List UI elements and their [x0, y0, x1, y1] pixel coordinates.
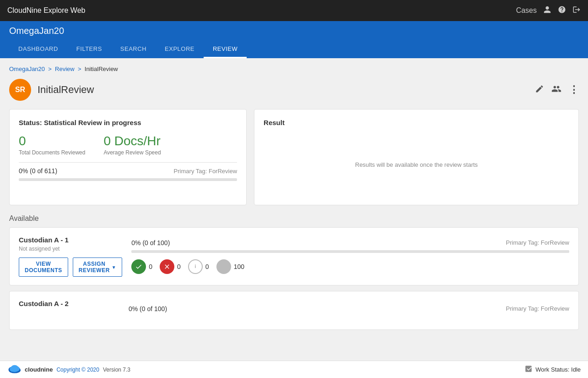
custodian-card-2: Custodian A - 2 0% (0 of 100) Primary Ta… [9, 291, 579, 330]
custodian-progress-1: 0% (0 of 100) Primary Tag: ForReview 0 [131, 239, 569, 274]
status-card: Status: Statistical Review in progress 0… [9, 109, 247, 205]
result-title: Result [264, 119, 569, 126]
progress-bar [19, 178, 237, 181]
total-docs-stat: 0 Total Documents Reviewed [19, 134, 85, 156]
avatar: SR [9, 79, 31, 101]
tag-count-skip-1: 0 [205, 263, 209, 270]
cust-tag-1: Primary Tag: ForReview [506, 239, 569, 246]
page-title-row: SR InitialReview ⋮ [9, 79, 579, 101]
result-card: Result Results will be available once th… [254, 109, 579, 205]
page-title-actions: ⋮ [535, 84, 579, 96]
tab-search[interactable]: SEARCH [111, 41, 156, 58]
speed-value: 0 Docs/Hr [103, 134, 161, 148]
top-bar-actions: Cases [516, 5, 581, 16]
total-docs-label: Total Documents Reviewed [19, 149, 85, 156]
custodian-info-1: Custodian A - 1 Not assigned yet VIEW DO… [19, 236, 122, 277]
custodian-progress-2: 0% (0 of 100) Primary Tag: ForReview [129, 305, 569, 316]
assign-reviewer-button-1[interactable]: ASSIGN REVIEWER ▼ [73, 257, 122, 277]
speed-stat: 0 Docs/Hr Average Review Speed [103, 134, 161, 156]
breadcrumb-current: InitialReview [85, 66, 118, 72]
tag-count-red-1: 0 [177, 263, 181, 270]
tag-icon-green-1 [131, 259, 146, 274]
tab-explore[interactable]: EXPLORE [156, 41, 204, 58]
user-icon[interactable] [543, 5, 551, 16]
status-title: Status: Statistical Review in progress [19, 119, 237, 126]
top-bar: CloudNine Explore Web Cases [0, 0, 588, 21]
breadcrumb-project[interactable]: OmegaJan20 [9, 66, 45, 72]
tag-stat-skip-1: i 0 [188, 259, 209, 274]
main-content: OmegaJan20 > Review > InitialReview SR I… [0, 58, 588, 358]
breadcrumb: OmegaJan20 > Review > InitialReview [9, 66, 579, 72]
cust-pct-1: 0% (0 of 100) [131, 239, 170, 247]
custodian-card-1: Custodian A - 1 Not assigned yet VIEW DO… [9, 227, 579, 285]
breadcrumb-review[interactable]: Review [55, 66, 75, 72]
tag-count-green-1: 0 [149, 263, 152, 270]
more-options-icon[interactable]: ⋮ [569, 85, 579, 95]
tag-stat-green-1: 0 [131, 259, 152, 274]
assign-dropdown-icon: ▼ [112, 265, 116, 270]
cust-progress-bar-1 [131, 250, 569, 253]
nav-tabs: DASHBOARD FILTERS SEARCH EXPLORE REVIEW [9, 41, 579, 58]
tag-stats-1: 0 0 i 0 100 [131, 259, 569, 274]
progress-row: 0% (0 of 611) Primary Tag: ForReview [19, 167, 237, 175]
cases-link[interactable]: Cases [516, 6, 537, 15]
primary-tag: Primary Tag: ForReview [174, 168, 237, 175]
cust-progress-header-1: 0% (0 of 100) Primary Tag: ForReview [131, 239, 569, 247]
app-title: CloudNine Explore Web [7, 6, 85, 15]
result-placeholder: Results will be available once the revie… [264, 134, 569, 196]
group-icon[interactable] [551, 84, 561, 96]
cust-progress-header-2: 0% (0 of 100) Primary Tag: ForReview [129, 305, 569, 312]
total-docs-value: 0 [19, 134, 85, 148]
project-name: OmegaJan20 [9, 26, 579, 41]
logout-icon[interactable] [572, 5, 581, 16]
progress-text: 0% (0 of 611) [19, 167, 57, 175]
stats-row: 0 Total Documents Reviewed 0 Docs/Hr Ave… [19, 134, 237, 156]
custodian-buttons-1: VIEW DOCUMENTS ASSIGN REVIEWER ▼ [19, 257, 122, 277]
view-documents-button-1[interactable]: VIEW DOCUMENTS [19, 257, 68, 277]
page-title-left: SR InitialReview [9, 79, 94, 101]
edit-icon[interactable] [535, 84, 544, 96]
tab-filters[interactable]: FILTERS [67, 41, 111, 58]
tab-review[interactable]: REVIEW [204, 41, 247, 58]
cards-row: Status: Statistical Review in progress 0… [9, 109, 579, 205]
cust-tag-2: Primary Tag: ForReview [506, 305, 569, 312]
page-title: InitialReview [38, 84, 94, 96]
tag-count-unreviewed-1: 100 [234, 263, 244, 270]
tag-icon-skip-1: i [188, 259, 203, 274]
custodian-sub-1: Not assigned yet [19, 246, 122, 252]
tab-dashboard[interactable]: DASHBOARD [9, 41, 67, 58]
custodian-name-2: Custodian A - 2 [19, 300, 119, 307]
custodian-name-1: Custodian A - 1 [19, 236, 122, 244]
cust-pct-2: 0% (0 of 100) [129, 305, 167, 312]
tag-stat-red-1: 0 [160, 259, 181, 274]
speed-label: Average Review Speed [103, 149, 161, 156]
custodian-sub-2 [19, 309, 119, 316]
tag-icon-unreviewed-1 [216, 259, 231, 274]
blue-header: OmegaJan20 DASHBOARD FILTERS SEARCH EXPL… [0, 21, 588, 58]
tag-icon-red-1 [160, 259, 174, 274]
help-icon[interactable] [558, 5, 566, 16]
available-section-label: Available [9, 214, 579, 223]
tag-stat-unreviewed-1: 100 [216, 259, 244, 274]
custodian-info-2: Custodian A - 2 [19, 300, 119, 321]
